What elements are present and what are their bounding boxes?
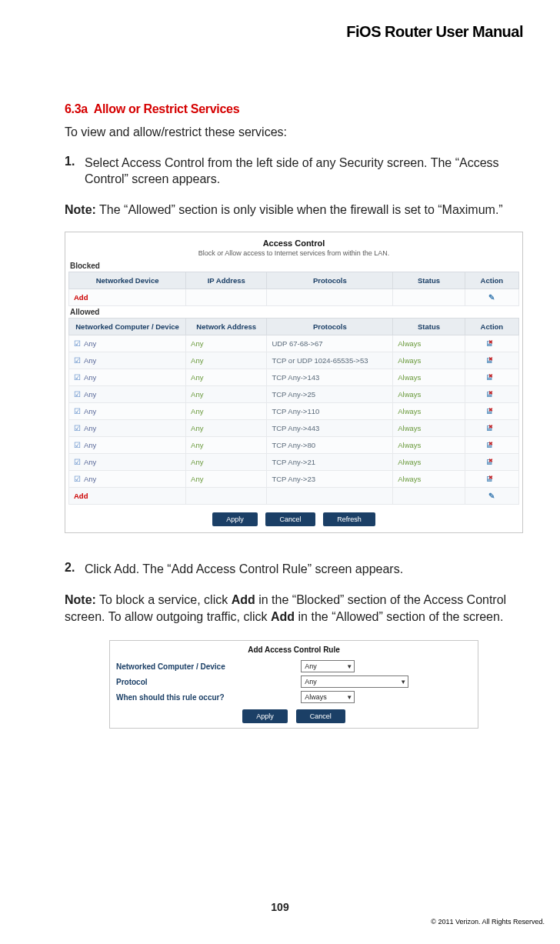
step-2-bold: Add xyxy=(114,562,135,575)
delete-icon[interactable]: 🖥 xyxy=(485,458,498,466)
select-dropdown[interactable]: Any▼ xyxy=(301,660,355,672)
allowed-section-label: Allowed xyxy=(70,308,519,316)
cell-status: Always xyxy=(393,437,465,454)
device-link[interactable]: Any xyxy=(84,441,96,449)
step-1-bold: Access Control xyxy=(122,156,205,169)
intro-text: To view and allow/restrict these service… xyxy=(65,124,523,141)
chevron-down-icon: ▼ xyxy=(400,679,406,685)
blocked-th-action: Action xyxy=(465,272,518,289)
cell-address: Any xyxy=(186,369,267,386)
blocked-th-device: Networked Device xyxy=(69,272,186,289)
cell-status: Always xyxy=(393,352,465,369)
device-link[interactable]: Any xyxy=(84,373,96,382)
allowed-table: Networked Computer / Device Network Addr… xyxy=(68,318,519,505)
select-dropdown[interactable]: Always▼ xyxy=(301,691,355,703)
allowed-add-row[interactable]: Add✎ xyxy=(69,488,519,505)
note-1: Note: The “Allowed” section is only visi… xyxy=(65,202,523,218)
table-row: ☑AnyAnyTCP Any->443Always🖥 xyxy=(69,420,519,437)
checkbox-icon[interactable]: ☑ xyxy=(74,424,81,432)
blocked-table: Networked Device IP Address Protocols St… xyxy=(68,272,519,306)
copyright: © 2011 Verizon. All Rights Reserved. xyxy=(431,918,545,926)
delete-icon[interactable]: 🖥 xyxy=(485,475,498,483)
device-link[interactable]: Any xyxy=(84,390,96,399)
allowed-th-proto: Protocols xyxy=(267,319,393,335)
cell-protocol: TCP Any->80 xyxy=(267,437,393,454)
cell-address: Any xyxy=(186,403,267,420)
apply-button[interactable]: Apply xyxy=(212,512,258,526)
chevron-down-icon: ▼ xyxy=(346,694,352,701)
cell-address: Any xyxy=(186,437,267,454)
page-header: FiOS Router User Manual xyxy=(65,23,523,41)
select-dropdown[interactable]: Any▼ xyxy=(301,675,408,688)
delete-icon[interactable]: 🖥 xyxy=(485,390,498,399)
cancel-button[interactable]: Cancel xyxy=(265,512,315,526)
note-1-text: The “Allowed” section is only visible wh… xyxy=(96,203,503,216)
blocked-add-row[interactable]: Add ✎ xyxy=(69,289,519,306)
checkbox-icon[interactable]: ☑ xyxy=(74,373,81,382)
cell-protocol: TCP or UDP 1024-65535->53 xyxy=(267,352,393,369)
step-2-post: . The “Add Access Control Rule” screen a… xyxy=(136,562,403,575)
delete-icon[interactable]: 🖥 xyxy=(485,339,498,348)
edit-icon[interactable]: ✎ xyxy=(488,492,495,500)
step-2: 2. Click Add. The “Add Access Control Ru… xyxy=(65,561,523,578)
note-2-b1: Add xyxy=(232,593,255,606)
cell-status: Always xyxy=(393,369,465,386)
fig2-button-row: Apply Cancel xyxy=(113,709,475,723)
blocked-add-link[interactable]: Add xyxy=(69,289,186,306)
checkbox-icon[interactable]: ☑ xyxy=(74,441,81,449)
form-row: When should this rule occur?Always▼ xyxy=(113,689,475,705)
cell-status: Always xyxy=(393,403,465,420)
checkbox-icon[interactable]: ☑ xyxy=(74,407,81,415)
checkbox-icon[interactable]: ☑ xyxy=(74,339,81,348)
step-2-number: 2. xyxy=(65,561,85,578)
checkbox-icon[interactable]: ☑ xyxy=(74,475,81,483)
form-row: ProtocolAny▼ xyxy=(113,674,475,689)
fig2-apply-button[interactable]: Apply xyxy=(242,709,288,723)
cell-status: Always xyxy=(393,335,465,352)
allowed-th-device: Networked Computer / Device xyxy=(69,319,186,335)
blocked-th-ip: IP Address xyxy=(186,272,267,289)
page-number: 109 xyxy=(0,901,560,913)
device-link[interactable]: Any xyxy=(84,407,96,415)
delete-icon[interactable]: 🖥 xyxy=(485,373,498,382)
allowed-add-link[interactable]: Add xyxy=(69,488,186,505)
step-1-number: 1. xyxy=(65,155,85,188)
note-1-label: Note: xyxy=(65,203,96,216)
device-link[interactable]: Any xyxy=(84,424,96,432)
form-label: Networked Computer / Device xyxy=(116,662,301,671)
refresh-button[interactable]: Refresh xyxy=(323,512,375,526)
device-link[interactable]: Any xyxy=(84,458,96,466)
cell-address: Any xyxy=(186,471,267,488)
table-row: ☑AnyAnyTCP Any->110Always🖥 xyxy=(69,403,519,420)
section-title: 6.3a Allow or Restrict Services xyxy=(65,102,523,116)
fig2-cancel-button[interactable]: Cancel xyxy=(296,709,345,723)
cell-address: Any xyxy=(186,352,267,369)
add-rule-screenshot: Add Access Control Rule Networked Comput… xyxy=(109,640,478,729)
blocked-th-proto: Protocols xyxy=(267,272,393,289)
note-2-label: Note: xyxy=(65,593,96,606)
note-2-p1: To block a service, click xyxy=(96,593,232,606)
device-link[interactable]: Any xyxy=(84,339,96,348)
select-value: Any xyxy=(305,662,317,670)
delete-icon[interactable]: 🖥 xyxy=(485,441,498,449)
cell-status: Always xyxy=(393,454,465,471)
cell-status: Always xyxy=(393,420,465,437)
cell-status: Always xyxy=(393,471,465,488)
fig1-title: Access Control xyxy=(68,239,519,248)
delete-icon[interactable]: 🖥 xyxy=(485,424,498,432)
delete-icon[interactable]: 🖥 xyxy=(485,356,498,365)
cell-address: Any xyxy=(186,335,267,352)
cell-protocol: TCP Any->143 xyxy=(267,369,393,386)
table-row: ☑AnyAnyTCP Any->21Always🖥 xyxy=(69,454,519,471)
blocked-section-label: Blocked xyxy=(70,262,519,270)
checkbox-icon[interactable]: ☑ xyxy=(74,458,81,466)
device-link[interactable]: Any xyxy=(84,475,96,483)
checkbox-icon[interactable]: ☑ xyxy=(74,356,81,365)
note-2-p3: in the “Allowed” section of the screen. xyxy=(295,610,503,623)
step-1-pre: Select xyxy=(85,156,122,169)
delete-icon[interactable]: 🖥 xyxy=(485,407,498,415)
form-label: When should this rule occur? xyxy=(116,693,301,702)
device-link[interactable]: Any xyxy=(84,356,96,365)
checkbox-icon[interactable]: ☑ xyxy=(74,390,81,399)
edit-icon[interactable]: ✎ xyxy=(488,293,495,302)
